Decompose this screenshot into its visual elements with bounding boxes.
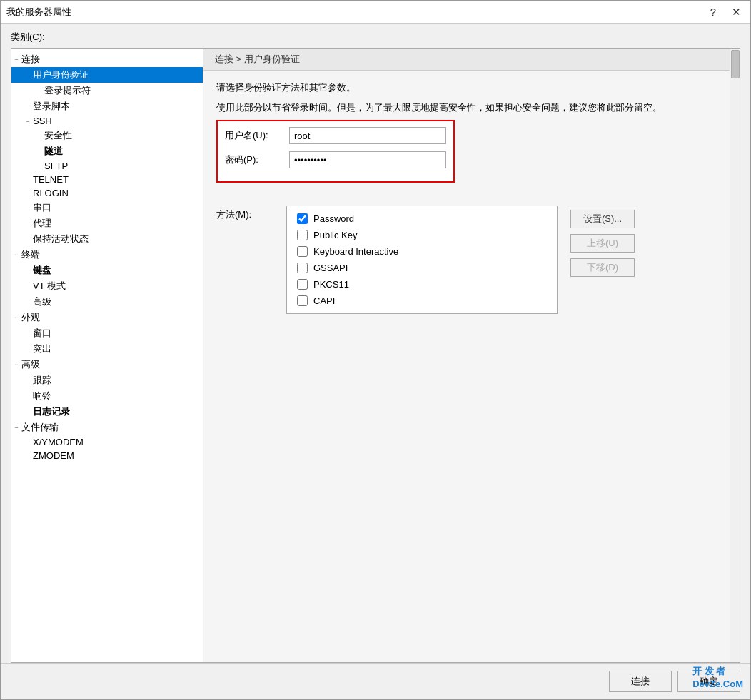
tree-item-sftp[interactable]: SFTP [11, 159, 203, 173]
tree-label-deng-lu-jiao-ben: 登录脚本 [33, 100, 203, 113]
tree-label-lian-jie: 连接 [21, 53, 203, 66]
tree-item-an-quan-xing[interactable]: 安全性 [11, 128, 203, 143]
connect-button[interactable]: 连接 [609, 671, 672, 692]
username-row: 用户名(U): [225, 127, 446, 144]
tree-label-yong-hu-shen-fen-yan-zheng: 用户身份验证 [33, 69, 203, 81]
method-option-capi: CAPI [297, 295, 547, 306]
dialog-title: 我的服务器属性 [6, 6, 71, 19]
tree-item-deng-lu-ti-shi-fu[interactable]: 登录提示符 [11, 83, 203, 98]
method-label-capi: CAPI [313, 295, 335, 306]
password-label: 密码(P): [225, 153, 289, 166]
main-dialog: 我的服务器属性 ? ✕ 类别(C): −连接用户身份验证登录提示符登录脚本−SS… [0, 0, 751, 700]
checkbox-gssapi[interactable] [297, 263, 308, 273]
tree-label-xymodem: X/YMODEM [33, 437, 203, 447]
password-input[interactable] [289, 151, 446, 168]
scrollbar-thumb [731, 50, 740, 78]
credentials-wrapper: 用户名(U): 密码(P): 默认root 服务器密码 [216, 120, 727, 194]
tree-item-xiang-ling[interactable]: 响铃 [11, 388, 203, 404]
tree-item-chuan-kou[interactable]: 串口 [11, 200, 203, 215]
tree-expander-wai-guan: − [11, 314, 21, 321]
checkbox-keyboard-interactive[interactable] [297, 246, 308, 257]
tree-item-ssh[interactable]: −SSH [11, 114, 203, 128]
checkbox-password[interactable] [297, 213, 308, 224]
tree-label-chuang-kou: 窗口 [33, 327, 203, 340]
description-line2: 使用此部分以节省登录时间。但是，为了最大限度地提高安全性，如果担心安全问题，建议… [216, 101, 727, 115]
tree-item-telnet[interactable]: TELNET [11, 173, 203, 186]
tree-label-jian-pan: 键盘 [33, 264, 203, 277]
tree-item-gen-zong[interactable]: 跟踪 [11, 372, 203, 388]
tree-label-an-quan-xing: 安全性 [44, 129, 203, 142]
tree-item-yong-hu-shen-fen-yan-zheng[interactable]: 用户身份验证 [11, 67, 203, 83]
tree-label-vt-mo-shi: VT 模式 [33, 280, 203, 293]
tree-item-sui-dao[interactable]: 隧道 [11, 143, 203, 159]
content-panel: 连接 > 用户身份验证 请选择身份验证方法和其它参数。 使用此部分以节省登录时间… [203, 48, 740, 663]
tree-item-gao-ji[interactable]: −高级 [11, 357, 203, 372]
tree-expander-gao-ji: − [11, 361, 21, 368]
tree-item-xymodem[interactable]: X/YMODEM [11, 435, 203, 449]
tree-item-ri-zhi-ji-lu[interactable]: 日志记录 [11, 404, 203, 420]
tree-label-ri-zhi-ji-lu: 日志记录 [33, 405, 203, 418]
tree-label-tu-chu: 突出 [33, 343, 203, 355]
tree-item-vt-mo-shi[interactable]: VT 模式 [11, 278, 203, 294]
up-button[interactable]: 上移(U) [570, 234, 635, 253]
tree-item-chuang-kou[interactable]: 窗口 [11, 325, 203, 341]
settings-button[interactable]: 设置(S)... [570, 210, 635, 228]
tree-expander-ssh: − [23, 118, 33, 125]
dialog-body: 类别(C): −连接用户身份验证登录提示符登录脚本−SSH安全性隧道SFTPTE… [1, 24, 750, 663]
tree-label-telnet: TELNET [33, 174, 203, 185]
title-bar: 我的服务器属性 ? ✕ [1, 1, 750, 24]
tree-label-sftp: SFTP [44, 161, 203, 171]
username-input[interactable] [289, 127, 446, 144]
method-row: 方法(M): PasswordPublic KeyKeyboard Intera… [216, 206, 727, 314]
method-option-gssapi: GSSAPI [297, 263, 547, 273]
watermark-line1: 开 发 者 [692, 665, 743, 678]
method-option-pkcs11: PKCS11 [297, 279, 547, 290]
method-label-password: Password [313, 213, 354, 224]
tree-label-xiang-ling: 响铃 [33, 390, 203, 402]
tree-label-dai-li: 代理 [33, 217, 203, 230]
method-buttons: 设置(S)... 上移(U) 下移(D) [570, 206, 635, 277]
tree-item-wai-guan[interactable]: −外观 [11, 310, 203, 325]
tree-item-lian-jie[interactable]: −连接 [11, 51, 203, 67]
down-button[interactable]: 下移(D) [570, 258, 635, 277]
tree-panel: −连接用户身份验证登录提示符登录脚本−SSH安全性隧道SFTPTELNETRLO… [11, 48, 203, 663]
tree-item-rlogin[interactable]: RLOGIN [11, 186, 203, 200]
tree-item-gao-ji-terminal[interactable]: 高级 [11, 294, 203, 310]
tree-label-rlogin: RLOGIN [33, 188, 203, 198]
tree-label-chuan-kou: 串口 [33, 201, 203, 214]
method-label-gssapi: GSSAPI [313, 263, 348, 273]
tree-expander-zhong-duan: − [11, 251, 21, 258]
tree-item-bao-chi-huo-dong-zhuang-tai[interactable]: 保持活动状态 [11, 231, 203, 247]
watermark-line2: DevZe.CoM [692, 678, 743, 691]
password-row: 密码(P): [225, 151, 446, 168]
tree-label-sui-dao: 隧道 [44, 145, 203, 158]
tree-item-zhong-duan[interactable]: −终端 [11, 247, 203, 263]
description-line1: 请选择身份验证方法和其它参数。 [216, 81, 727, 95]
help-button[interactable]: ? [705, 4, 722, 21]
content-inner: 请选择身份验证方法和其它参数。 使用此部分以节省登录时间。但是，为了最大限度地提… [203, 71, 740, 662]
breadcrumb: 连接 > 用户身份验证 [203, 49, 740, 71]
title-bar-controls: ? ✕ [705, 4, 745, 21]
scrollbar[interactable] [730, 49, 740, 662]
checkbox-public-key[interactable] [297, 230, 308, 240]
credentials-box: 用户名(U): 密码(P): [216, 120, 455, 183]
tree-label-gao-ji: 高级 [21, 358, 203, 371]
method-label-public-key: Public Key [313, 230, 357, 240]
tree-label-gen-zong: 跟踪 [33, 374, 203, 387]
checkbox-capi[interactable] [297, 295, 308, 306]
tree-label-deng-lu-ti-shi-fu: 登录提示符 [44, 84, 203, 97]
tree-label-zhong-duan: 终端 [21, 248, 203, 261]
tree-item-tu-chu[interactable]: 突出 [11, 341, 203, 357]
tree-label-ssh: SSH [33, 116, 203, 126]
tree-item-deng-lu-jiao-ben[interactable]: 登录脚本 [11, 98, 203, 114]
tree-item-zmodem[interactable]: ZMODEM [11, 449, 203, 462]
method-label: 方法(M): [216, 206, 281, 221]
username-label: 用户名(U): [225, 129, 289, 142]
tree-item-dai-li[interactable]: 代理 [11, 215, 203, 231]
tree-item-wen-jian-chuan-shu[interactable]: −文件传输 [11, 420, 203, 435]
dialog-footer: 连接 确定 [1, 663, 750, 699]
close-button[interactable]: ✕ [727, 4, 745, 21]
checkbox-pkcs11[interactable] [297, 279, 308, 290]
method-option-password: Password [297, 213, 547, 224]
tree-item-jian-pan[interactable]: 键盘 [11, 263, 203, 278]
